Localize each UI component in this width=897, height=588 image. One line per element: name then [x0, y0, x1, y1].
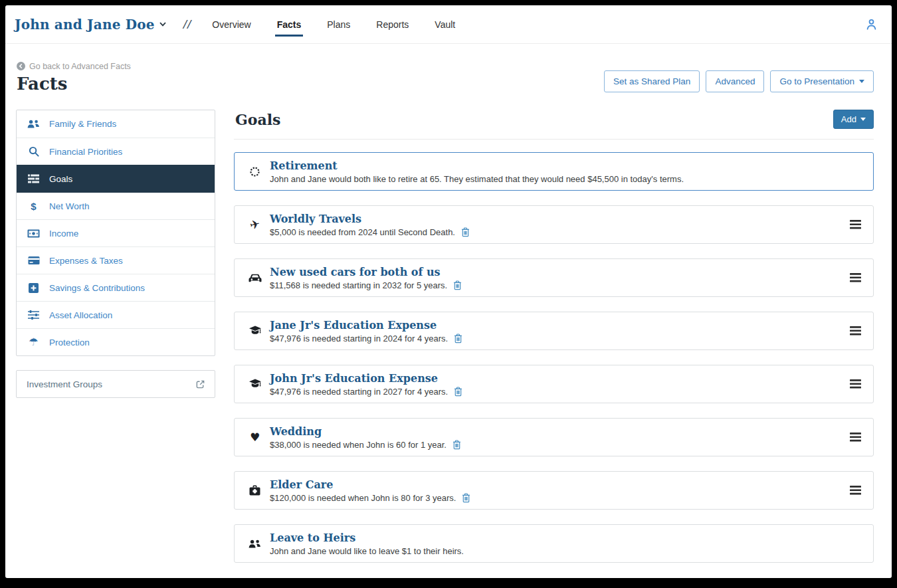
sliders-icon: [27, 310, 41, 320]
heart-icon: ♥: [246, 432, 264, 443]
drag-menu-icon[interactable]: [850, 379, 861, 389]
drag-menu-icon[interactable]: [850, 326, 861, 336]
trash-icon[interactable]: [462, 493, 470, 503]
top-navigation-bar: John and Jane Doe // OverviewFactsPlansR…: [5, 5, 892, 44]
sidebar-item-asset-allocation[interactable]: Asset Allocation: [17, 301, 215, 328]
tab-reports[interactable]: Reports: [375, 6, 409, 43]
goal-description: $38,000 is needed when John is 60 for 1 …: [270, 440, 838, 450]
sidebar-item-label: Expenses & Taxes: [49, 256, 123, 266]
goal-card-new-used-cars-for-both-of-us: New used cars for both of us$11,568 is n…: [234, 258, 874, 297]
goal-title-link[interactable]: John Jr's Education Expense: [270, 372, 438, 385]
goal-description: $47,976 is needed starting in 2027 for 4…: [270, 387, 838, 397]
page-body: Go back to Advanced Facts Facts Set as S…: [5, 44, 892, 578]
drag-menu-icon[interactable]: [850, 486, 861, 495]
brand-slashes-logo: //: [183, 17, 192, 32]
drag-menu-icon[interactable]: [850, 220, 861, 229]
graduation-cap-icon: [246, 326, 264, 336]
goal-title-link[interactable]: Worldly Travels: [270, 213, 361, 225]
page-header: Go back to Advanced Facts Facts Set as S…: [16, 61, 874, 94]
button-label: Go to Presentation: [779, 76, 854, 86]
add-goal-button[interactable]: Add: [833, 110, 874, 129]
money-bill-icon: [27, 229, 41, 238]
goal-title-link[interactable]: Leave to Heirs: [270, 532, 355, 544]
goal-card-retirement: RetirementJohn and Jane would both like …: [234, 152, 874, 191]
goal-description: $47,976 is needed starting in 2024 for 4…: [270, 334, 838, 343]
window-frame: John and Jane Doe // OverviewFactsPlansR…: [0, 0, 897, 588]
sidebar-item-financial-priorities[interactable]: Financial Priorities: [17, 138, 215, 165]
drag-menu-icon[interactable]: [850, 273, 861, 282]
goal-body: Wedding$38,000 is needed when John is 60…: [270, 425, 838, 450]
trash-icon[interactable]: [461, 227, 470, 237]
tab-facts[interactable]: Facts: [276, 6, 302, 43]
goal-description: $5,000 is needed from 2024 until Second …: [270, 227, 838, 237]
sidebar-item-family-friends[interactable]: Family & Friends: [17, 110, 215, 138]
goal-body: New used cars for both of us$11,568 is n…: [270, 266, 838, 290]
sidebar-item-savings-contributions[interactable]: Savings & Contributions: [17, 274, 215, 301]
person-icon: [864, 17, 878, 31]
goal-title-link[interactable]: Wedding: [270, 425, 322, 438]
client-selector[interactable]: John and Jane Doe: [15, 17, 166, 33]
client-name: John and Jane Doe: [15, 17, 155, 33]
goal-body: Jane Jr's Education Expense$47,976 is ne…: [270, 319, 838, 343]
goal-description: John and Jane would like to leave $1 to …: [270, 546, 861, 556]
plus-square-icon: [27, 283, 41, 293]
goal-card-elder-care: Elder Care$120,000 is needed when John i…: [234, 471, 874, 510]
app-window: John and Jane Doe // OverviewFactsPlansR…: [5, 5, 892, 578]
goal-description-text: John and Jane would like to leave $1 to …: [270, 546, 464, 556]
content-area: Family & FriendsFinancial PrioritiesGoal…: [16, 110, 874, 577]
goal-body: Leave to HeirsJohn and Jane would like t…: [270, 532, 861, 556]
trash-icon[interactable]: [452, 440, 461, 450]
sidebar-item-label: Goals: [49, 174, 72, 184]
button-label: Advanced: [715, 76, 755, 86]
goal-title-link[interactable]: Jane Jr's Education Expense: [270, 319, 437, 332]
goal-description: John and Jane would both like to retire …: [270, 174, 861, 184]
circle-arrow-left-icon: [17, 62, 25, 70]
go-back-link[interactable]: Go back to Advanced Facts: [17, 62, 131, 71]
trash-icon[interactable]: [454, 334, 462, 343]
sidebar-item-income[interactable]: Income: [17, 219, 215, 246]
advanced-button[interactable]: Advanced: [706, 70, 764, 92]
drag-menu-icon[interactable]: [850, 433, 861, 442]
investment-groups-label: Investment Groups: [27, 379, 102, 389]
goal-card-wedding: ♥Wedding$38,000 is needed when John is 6…: [234, 418, 874, 456]
goal-card-john-jr-s-education-expense: John Jr's Education Expense$47,976 is ne…: [234, 365, 874, 403]
users-icon: [246, 539, 264, 549]
goal-list: RetirementJohn and Jane would both like …: [234, 152, 874, 563]
goal-body: Elder Care$120,000 is needed when John i…: [270, 478, 838, 503]
divider: [234, 139, 874, 140]
add-goal-label: Add: [841, 114, 856, 124]
plane-icon: ✈: [246, 219, 264, 231]
sidebar-item-label: Net Worth: [49, 201, 90, 211]
user-account-button[interactable]: [864, 17, 878, 31]
trash-icon[interactable]: [453, 280, 462, 290]
goal-body: John Jr's Education Expense$47,976 is ne…: [270, 372, 838, 397]
tab-vault[interactable]: Vault: [434, 6, 456, 43]
goal-description-text: $120,000 is needed when John is 80 for 3…: [270, 493, 456, 503]
goal-title-link[interactable]: New used cars for both of us: [270, 266, 441, 278]
set-as-shared-plan-button[interactable]: Set as Shared Plan: [604, 70, 700, 92]
sidebar-item-label: Income: [49, 229, 78, 239]
goal-card-worldly-travels: ✈Worldly Travels$5,000 is needed from 20…: [234, 205, 874, 244]
medkit-icon: [246, 485, 264, 496]
goals-title: Goals: [235, 111, 280, 128]
search-icon: [27, 146, 41, 157]
external-link-icon: [195, 379, 205, 389]
sidebar-item-protection[interactable]: ☂Protection: [17, 328, 215, 355]
trash-icon[interactable]: [454, 387, 462, 397]
sun-icon: [246, 165, 264, 179]
sidebar-item-net-worth[interactable]: $Net Worth: [17, 192, 215, 219]
sidebar-item-expenses-taxes[interactable]: Expenses & Taxes: [17, 246, 215, 274]
sidebar-item-label: Protection: [49, 338, 90, 347]
goal-description: $11,568 is needed starting in 2032 for 5…: [270, 280, 838, 290]
tab-plans[interactable]: Plans: [326, 6, 351, 43]
goal-title-link[interactable]: Retirement: [270, 159, 338, 172]
goal-title-link[interactable]: Elder Care: [270, 478, 333, 491]
go-to-presentation-button[interactable]: Go to Presentation: [770, 70, 874, 92]
investment-groups-link[interactable]: Investment Groups: [16, 370, 215, 398]
page-actions: Set as Shared PlanAdvancedGo to Presenta…: [604, 70, 874, 92]
tab-overview[interactable]: Overview: [211, 6, 251, 43]
sidebar-item-goals[interactable]: Goals: [17, 165, 215, 192]
goals-panel-header: Goals Add: [234, 110, 874, 129]
dollar-icon: $: [27, 201, 41, 211]
caret-down-icon: [859, 80, 864, 83]
